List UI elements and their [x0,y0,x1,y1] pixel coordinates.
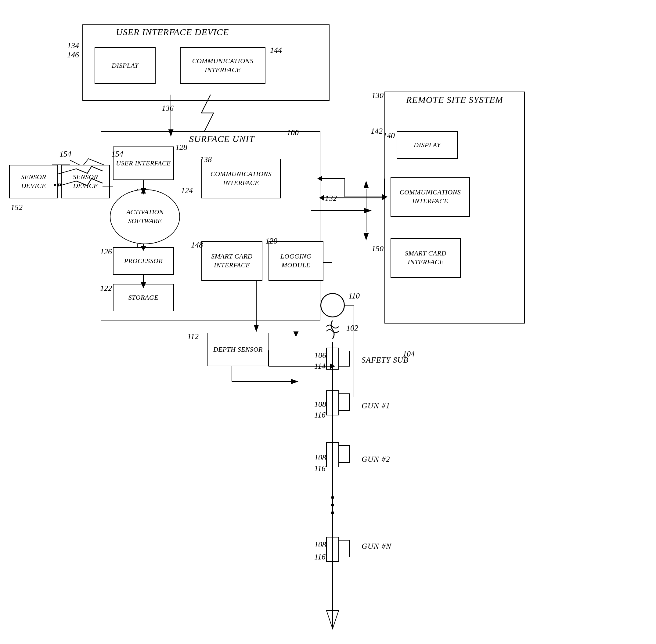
smart-card-remote-box: SMART CARD INTERFACE [391,238,461,278]
sensor-device-1-box: SENSOR DEVICE [9,165,58,199]
sensor-device-2-box: SENSOR DEVICE [61,165,110,199]
ref-142: 142 [371,127,383,136]
svg-rect-29 [339,445,349,462]
ref-154b: 154 [111,150,123,159]
display-uid-box: DISPLAY [95,47,156,84]
ref-144: 144 [270,46,282,55]
comms-remote-box: COMMUNICATIONS INTERFACE [391,177,470,217]
ref-152: 152 [11,203,23,212]
svg-rect-34 [339,540,349,557]
ref-126: 126 [100,247,112,256]
svg-marker-47 [294,332,298,336]
smart-card-surface-box: SMART CARD INTERFACE [202,241,262,281]
ref-130: 130 [372,91,383,100]
ref-116b: 116 [314,464,326,473]
svg-point-32 [331,511,334,514]
ref-102: 102 [346,324,358,333]
svg-point-30 [331,496,334,499]
ref-106: 106 [314,351,326,360]
sensor-dots: ••• [53,180,62,190]
ref-120: 120 [265,236,277,246]
ref-108c: 108 [314,540,326,549]
ref-114: 114 [314,362,326,371]
processor-box: PROCESSOR [113,247,174,275]
ref-116a: 116 [314,411,326,420]
ref-128: 128 [175,143,187,152]
ref-132: 132 [325,194,337,203]
ref-112: 112 [187,332,198,341]
gunN-label: GUN #N [361,542,392,551]
storage-box: STORAGE [113,284,174,311]
ref-108b: 108 [314,453,326,462]
ref-122: 122 [100,284,112,293]
uid-title: USER INTERFACE DEVICE [116,27,229,37]
svg-point-31 [331,504,334,507]
ref-108a: 108 [314,400,326,409]
logging-module-box: LOGGING MODULE [268,241,323,281]
ref-154a: 154 [60,150,71,159]
gun1-label: GUN #1 [361,401,390,411]
ref-150: 150 [372,244,383,253]
ref-110: 110 [348,292,360,301]
svg-rect-27 [339,394,349,411]
safety-sub-label: SAFETY SUB [361,355,408,365]
ref-136: 136 [162,104,173,113]
depth-sensor-box: DEPTH SENSOR [208,333,268,366]
ref-124: 124 [181,186,193,196]
svg-rect-25 [339,351,349,366]
remote-site-title: REMOTE SITE SYSTEM [394,95,516,105]
activation-software-oval: ACTIVATION SOFTWARE [110,189,180,244]
ref-146: 146 [67,50,79,60]
ref-138: 138 [200,155,212,164]
ref-116c: 116 [314,552,326,561]
ref-148: 148 [191,240,203,250]
comms-surface-box: COMMUNICATIONS INTERFACE [202,159,281,199]
comms-uid-box: COMMUNICATIONS INTERFACE [180,47,265,84]
surface-unit-title: SURFACE UNIT [189,134,255,144]
ref-100: 100 [287,128,299,137]
pulley-circle [320,293,345,317]
ref-134: 134 [67,41,79,50]
display-remote-box: DISPLAY [397,131,458,159]
gun2-label: GUN #2 [361,455,390,464]
ref-140: 140 [383,131,395,140]
